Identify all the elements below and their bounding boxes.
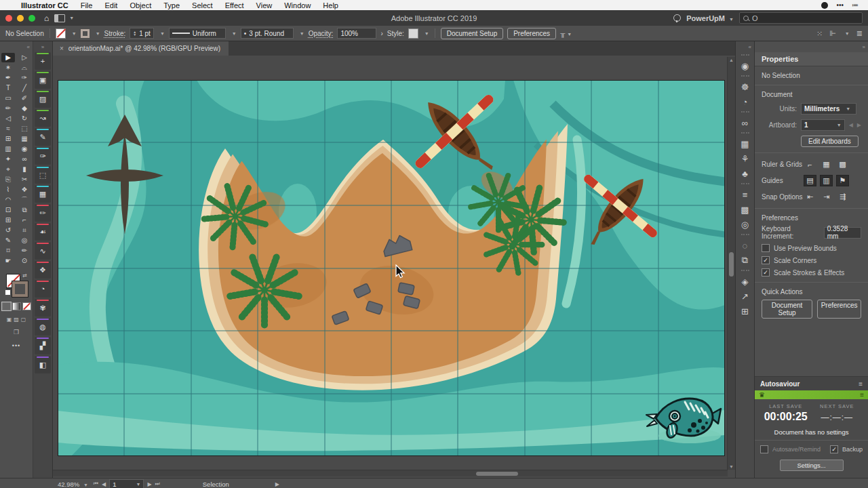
artboard-next-icon[interactable]: ▶ (857, 122, 861, 128)
horizontal-scrollbar[interactable] (53, 470, 728, 476)
draw-normal-icon[interactable]: ▣ (7, 317, 12, 323)
minimize-window-button[interactable] (17, 15, 24, 22)
fill-caret[interactable]: ▼ (72, 31, 77, 36)
strip-expand[interactable]: » (39, 41, 47, 52)
creative-cloud-menubar-icon[interactable] (821, 2, 828, 9)
edit-artboards-button[interactable]: Edit Artboards (801, 136, 859, 147)
workspace-switcher[interactable]: PowerUpM ▼ (686, 14, 734, 22)
custom-tool-12[interactable]: ❖ (35, 261, 51, 279)
show-guides-icon[interactable]: ▤ (804, 175, 816, 186)
lock-guides-icon[interactable]: ▥ (820, 175, 833, 186)
dots-grid-icon[interactable]: ⁙ (816, 29, 823, 38)
default-fill-stroke-icon[interactable] (5, 289, 11, 296)
artboards-icon[interactable]: ⧉ (737, 253, 753, 268)
swap-fill-stroke-icon[interactable]: ⇄ (22, 272, 27, 279)
snap-to-pixel-icon[interactable]: ⇶ (836, 191, 849, 203)
curve-tool[interactable]: ⌒ (18, 195, 31, 205)
arc-tool[interactable]: ◠ (1, 195, 15, 205)
prev-artboard-icon[interactable]: ◀ (102, 481, 106, 487)
brush-caret[interactable]: ▼ (232, 31, 237, 36)
document-tab[interactable]: × orientationMap.ai* @ 42.98% (RGB/GPU P… (53, 41, 229, 56)
custom-tool-16[interactable]: ▞ (35, 337, 51, 354)
vertical-scrollbar-thumb[interactable] (729, 252, 734, 277)
shape-builder-tool[interactable]: ⊞ (1, 134, 15, 144)
pattern-tool[interactable]: ❖ (18, 185, 31, 195)
screen-mode-icon[interactable]: ❐ (14, 329, 19, 336)
curvature-tool[interactable]: ✑ (18, 73, 31, 83)
search-input[interactable]: O (739, 12, 863, 24)
shaper-tool[interactable]: ◆ (18, 104, 31, 113)
rotate-tool[interactable]: ↻ (18, 114, 31, 123)
appearance-icon[interactable]: ◌ (737, 238, 753, 253)
menu-help[interactable]: Help (323, 1, 338, 9)
lock-tool[interactable]: ⊡ (1, 205, 15, 215)
zoom-tool[interactable]: ⊙ (18, 256, 31, 266)
opacity-field[interactable]: 100% (337, 28, 376, 39)
width-profile-icon[interactable]: ╥▼ (560, 30, 572, 37)
lasso-tool[interactable]: ⌓ (18, 63, 31, 73)
custom-tool-14[interactable]: ✾ (35, 299, 51, 317)
gradient-tool[interactable]: ▥ (1, 144, 15, 154)
autosaviour-panel-menu-icon[interactable]: ≡ (859, 380, 863, 388)
rotate-view-tool[interactable]: ↺ (1, 226, 15, 235)
symbol-sprayer-tool[interactable]: ∞ (18, 155, 31, 164)
stroke-label[interactable]: Stroke: (104, 30, 126, 37)
artboard-dropdown[interactable]: 1 ▼ (801, 119, 845, 131)
snap-to-grid-icon[interactable]: ⇤ (804, 191, 816, 203)
edit-toolbar-icon[interactable]: ••• (12, 342, 20, 349)
draw-behind-icon[interactable]: ▨ (14, 317, 19, 323)
custom-tool-7[interactable]: ⬚ (35, 166, 51, 184)
next-artboard-icon[interactable]: ▶ (147, 481, 151, 487)
custom-tool-11[interactable]: ∿ (35, 242, 51, 260)
first-artboard-icon[interactable]: ⏮ (94, 481, 98, 487)
rectangle-tool[interactable]: ▭ (1, 94, 15, 103)
stroke-weight-field[interactable]: ▲▼ 1 pt (130, 28, 154, 39)
free-transform-tool[interactable]: ⬚ (18, 124, 31, 134)
close-tab-icon[interactable]: × (60, 45, 64, 52)
menu-object[interactable]: Object (130, 1, 151, 9)
artboard-prev-icon[interactable]: ◀ (849, 122, 853, 128)
custom-tool-8[interactable]: ▦ (35, 185, 51, 203)
creative-cloud-icon[interactable]: ◉ (737, 58, 753, 73)
swatches-icon[interactable]: ▦ (737, 136, 753, 151)
custom-tool-6[interactable]: ✑ (35, 147, 51, 165)
menu-window[interactable]: Window (284, 1, 311, 9)
links-icon[interactable]: ∞ (737, 115, 753, 130)
custom-tool-3[interactable]: ▨ (35, 90, 51, 108)
reflect-tool[interactable]: ◁ (1, 114, 15, 123)
mesh-tool[interactable]: ▦ (18, 134, 31, 144)
scroll-up-icon[interactable]: ▲ (729, 58, 734, 62)
panel-list-icon[interactable]: ≣ (856, 29, 863, 38)
transparency-icon[interactable]: ◎ (737, 217, 753, 232)
page-tool[interactable]: ⌑ (1, 246, 15, 256)
pencil-alt-tool[interactable]: ✏ (18, 246, 31, 256)
smart-guides-icon[interactable]: ⚑ (836, 175, 849, 186)
menu-type[interactable]: Type (163, 1, 180, 9)
tab-autosaviour[interactable]: Autosaviour ≡ (755, 377, 868, 390)
export-icon[interactable]: ↗ (737, 289, 753, 304)
custom-tool-13[interactable]: ◔ (35, 280, 51, 298)
custom-tool-17[interactable]: ◧ (35, 356, 51, 373)
more-menubar-icon[interactable]: ••• (836, 1, 844, 9)
corner-caret[interactable]: ▼ (300, 31, 304, 36)
corner-dropdown[interactable]: • 3 pt. Round (241, 28, 294, 39)
banner-menu-icon[interactable]: ≡ (860, 391, 864, 399)
list-menubar-icon[interactable]: ≔ (852, 1, 859, 9)
close-window-button[interactable] (5, 15, 12, 22)
arrange-icon[interactable]: ⊞ (737, 304, 753, 319)
symbols-icon[interactable]: ♣ (737, 166, 753, 181)
menu-view[interactable]: View (256, 1, 273, 9)
status-bar-menu-icon[interactable]: ▶ (275, 481, 279, 487)
menu-file[interactable]: File (81, 1, 93, 9)
vertical-scrollbar[interactable]: ▲ ▼ (727, 57, 735, 470)
width-tool[interactable]: ≈ (1, 124, 15, 134)
stroke-icon[interactable]: ≡ (737, 187, 753, 202)
menu-effect[interactable]: Effect (225, 1, 244, 9)
dock-collapse[interactable]: « (736, 41, 754, 52)
draw-inside-icon[interactable]: ▢ (21, 317, 26, 323)
grid-tool[interactable]: ⊞ (1, 216, 15, 225)
document-setup-button[interactable]: Document Setup (441, 28, 504, 39)
knife-tool[interactable]: ⌇ (1, 185, 15, 195)
scale-strokes-effects-checkbox[interactable]: Scale Strokes & Effects (762, 268, 861, 277)
last-artboard-icon[interactable]: ⏭ (155, 481, 160, 487)
